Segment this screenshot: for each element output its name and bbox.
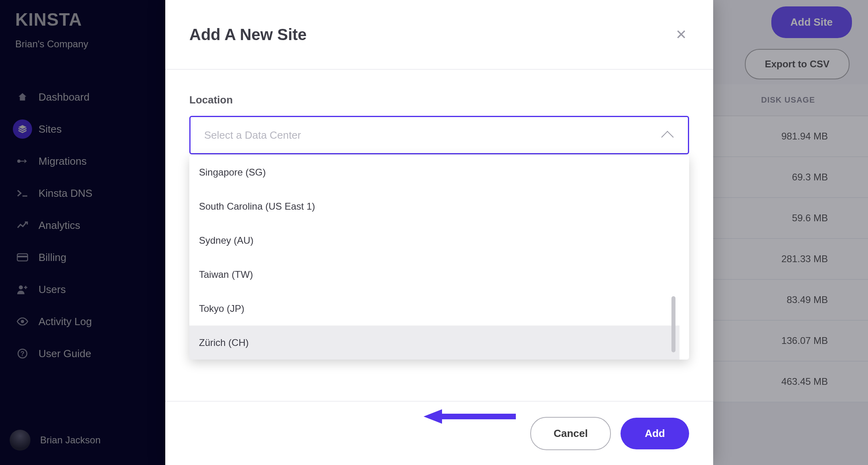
chevron-up-icon: [661, 131, 673, 143]
option-south-carolina[interactable]: South Carolina (US East 1): [189, 189, 679, 223]
overlay: [0, 0, 189, 465]
option-singapore[interactable]: Singapore (SG): [189, 155, 679, 189]
modal-title: Add A New Site: [189, 26, 307, 44]
scrollbar-thumb[interactable]: [671, 296, 675, 352]
close-icon: ✕: [675, 27, 687, 42]
location-label: Location: [189, 94, 689, 106]
data-center-dropdown: Singapore (SG) South Carolina (US East 1…: [189, 155, 689, 360]
select-placeholder: Select a Data Center: [204, 129, 301, 142]
modal-body: Location Select a Data Center Singapore …: [165, 70, 713, 401]
option-sydney[interactable]: Sydney (AU): [189, 223, 679, 257]
cancel-button[interactable]: Cancel: [530, 417, 611, 450]
modal-footer: Cancel Add: [165, 401, 713, 465]
option-zurich[interactable]: Zürich (CH): [189, 326, 679, 360]
add-site-modal: Add A New Site ✕ Location Select a Data …: [165, 0, 713, 465]
close-button[interactable]: ✕: [671, 22, 691, 46]
data-center-select[interactable]: Select a Data Center: [189, 116, 689, 154]
option-tokyo[interactable]: Tokyo (JP): [189, 291, 679, 326]
add-button[interactable]: Add: [621, 418, 689, 449]
modal-header: Add A New Site ✕: [165, 0, 713, 70]
option-taiwan[interactable]: Taiwan (TW): [189, 257, 679, 291]
